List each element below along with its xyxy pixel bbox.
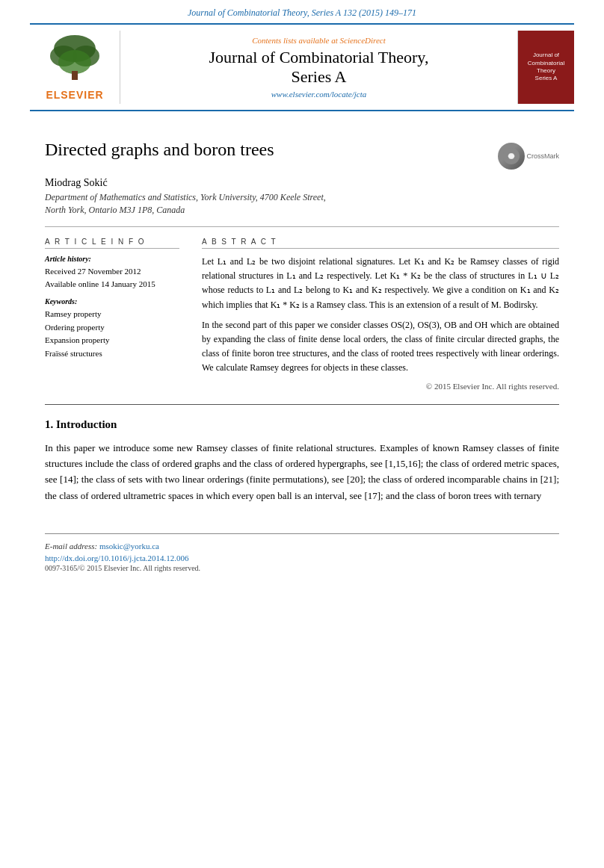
crossmark-label: CrossMark [526,152,559,160]
abstract-section: A B S T R A C T Let L₁ and L₂ be two dis… [202,238,559,391]
email-label: E-mail address: [45,542,99,551]
email-address[interactable]: msokic@yorku.ca [99,542,159,551]
journal-title-banner: Journal of Combinatorial Theory, Series … [209,48,429,87]
abstract-paragraph-2: In the second part of this paper we cons… [202,318,559,376]
crossmark-icon[interactable] [498,143,525,170]
banner-center: Contents lists available at ScienceDirec… [120,31,518,104]
affiliation-line1: Department of Mathematics and Statistics… [45,192,559,203]
article-info-column: A R T I C L E I N F O Article history: R… [45,238,179,391]
footer-rights: 0097-3165/© 2015 Elsevier Inc. All right… [0,564,604,572]
svg-point-6 [508,153,514,159]
journal-banner: ELSEVIER Contents lists available at Sci… [30,23,574,111]
abstract-text: Let L₁ and L₂ be two disjoint relational… [202,255,559,376]
received-date: Received 27 November 2012 [45,265,179,278]
elsevier-logo: ELSEVIER [30,31,120,104]
divider-1 [45,226,559,227]
footer-email: E-mail address: msokic@yorku.ca [0,542,604,551]
journal-thumbnail: Journal of Combinatorial Theory Series A [518,31,574,104]
sciencedirect-link-text[interactable]: ScienceDirect [340,36,386,45]
article-info-heading: A R T I C L E I N F O [45,238,179,249]
keywords-list: Ramsey property Ordering property Expans… [45,308,179,360]
crossmark[interactable]: CrossMark [498,143,559,170]
abstract-heading: A B S T R A C T [202,238,559,249]
abstract-paragraph-1: Let L₁ and L₂ be two disjoint relational… [202,255,559,312]
abstract-copyright: © 2015 Elsevier Inc. All rights reserved… [202,382,559,391]
main-content: Directed graphs and boron trees CrossMar… [0,111,604,526]
section-divider [45,404,559,405]
keywords-label: Keywords: [45,297,179,306]
keyword-2: Expansion property [45,334,179,347]
journal-header-link: Journal of Combinatorial Theory, Series … [0,0,604,23]
intro-paragraph-1: In this paper we introduce some new Rams… [45,440,559,504]
svg-rect-4 [72,71,78,80]
section-1-title: 1. Introduction [45,418,559,431]
keyword-0: Ramsey property [45,308,179,321]
section-1-body: In this paper we introduce some new Rams… [45,440,559,504]
keyword-3: Fraïssé structures [45,347,179,361]
available-online: Available online 14 January 2015 [45,278,179,291]
journal-url[interactable]: www.elsevier.com/locate/jcta [271,90,367,99]
thumb-text: Journal of Combinatorial Theory Series A [528,52,564,83]
keyword-1: Ordering property [45,321,179,335]
sciencedirect-label: Contents lists available at ScienceDirec… [252,36,386,45]
article-title-row: Directed graphs and boron trees CrossMar… [45,140,559,170]
footer-divider [45,533,559,539]
svg-point-3 [58,50,91,74]
two-column-section: A R T I C L E I N F O Article history: R… [45,238,559,391]
article-title: Directed graphs and boron trees [45,140,274,160]
footer-doi[interactable]: http://dx.doi.org/10.1016/j.jcta.2014.12… [0,554,604,562]
elsevier-label: ELSEVIER [46,89,103,101]
history-label: Article history: [45,255,179,263]
author-name: Miodrag Sokić [45,177,559,189]
affiliation-line2: North York, Ontario M3J 1P8, Canada [45,205,559,216]
